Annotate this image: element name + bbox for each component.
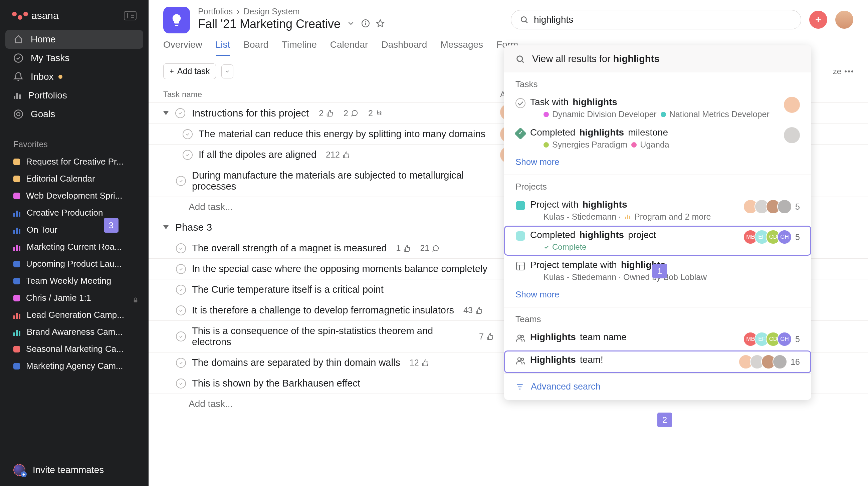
fav-item[interactable]: Chris / Jamie 1:1 xyxy=(0,289,149,306)
tab-board[interactable]: Board xyxy=(243,39,269,56)
chevron-down-icon[interactable] xyxy=(346,19,355,29)
check-circle-icon[interactable] xyxy=(176,305,186,316)
app-name: asana xyxy=(31,10,59,21)
fav-item[interactable]: Web Development Spri... xyxy=(0,187,149,204)
fav-item[interactable]: Marketing Current Roa... xyxy=(0,238,149,255)
asana-logo-icon xyxy=(12,12,28,20)
nav-goals[interactable]: Goals xyxy=(5,105,143,124)
check-circle-icon[interactable] xyxy=(176,331,186,342)
notification-dot xyxy=(58,75,62,79)
check-circle-icon[interactable] xyxy=(176,243,186,253)
svg-point-16 xyxy=(518,335,521,338)
view-all-results[interactable]: View all results for highlights xyxy=(504,45,811,72)
project-color-icon xyxy=(516,231,525,241)
nav-my-tasks[interactable]: My Tasks xyxy=(5,49,143,67)
tab-messages[interactable]: Messages xyxy=(440,39,483,56)
logo[interactable]: asana xyxy=(12,10,59,21)
search-icon xyxy=(520,15,528,24)
tab-dashboard[interactable]: Dashboard xyxy=(381,39,427,56)
breadcrumb: Portfolios› Design System xyxy=(198,7,503,17)
breadcrumb-design-system[interactable]: Design System xyxy=(244,7,300,17)
result-avatar xyxy=(784,127,800,143)
lock-icon xyxy=(132,295,138,301)
info-icon[interactable] xyxy=(361,19,370,29)
show-more-tasks[interactable]: Show more xyxy=(504,154,811,174)
fav-item[interactable]: Editorial Calendar xyxy=(0,170,149,187)
fav-item[interactable]: Brand Awareness Cam... xyxy=(0,323,149,341)
main-content: Portfolios› Design System Fall '21 Marke… xyxy=(149,0,868,486)
fav-item[interactable]: Lead Generation Camp... xyxy=(0,306,149,323)
check-circle-icon[interactable] xyxy=(176,264,186,274)
svg-line-15 xyxy=(522,61,524,62)
fav-item[interactable]: On Tour xyxy=(0,221,149,238)
dd-projects-label: Projects xyxy=(504,175,811,195)
search-result-team[interactable]: Highlights team nameMBEFCDGH5 xyxy=(504,328,811,351)
search-result-project[interactable]: Completed highlights projectCompleteMBEF… xyxy=(504,226,811,256)
star-icon[interactable] xyxy=(376,19,384,29)
svg-marker-7 xyxy=(377,20,384,27)
search-result-project[interactable]: Project with highlightsKulas - Stiedeman… xyxy=(504,195,811,226)
invite-icon xyxy=(13,464,25,476)
sidebar-toggle-icon[interactable] xyxy=(124,11,136,20)
fav-item[interactable]: Marketing Agency Cam... xyxy=(0,357,149,375)
add-task-button[interactable]: +Add task xyxy=(163,63,216,79)
people-icon xyxy=(516,356,525,366)
check-circle-icon[interactable] xyxy=(176,358,186,368)
callout-3: 3 xyxy=(104,218,119,233)
dd-tasks-label: Tasks xyxy=(504,72,811,93)
check-circle-icon[interactable] xyxy=(183,150,193,160)
nav-inbox[interactable]: Inbox xyxy=(5,67,143,86)
svg-point-14 xyxy=(517,56,523,61)
search-input[interactable] xyxy=(534,14,792,25)
fav-item[interactable]: Seasonal Marketing Ca... xyxy=(0,341,149,357)
advanced-search[interactable]: Advanced search xyxy=(504,373,811,400)
search-result-team[interactable]: Highlights team!16 xyxy=(504,351,811,373)
svg-point-12 xyxy=(380,111,381,113)
search-result-task[interactable]: Task with highlightsDynamic Division Dev… xyxy=(504,93,811,123)
fav-item[interactable]: Upcoming Product Lau... xyxy=(0,255,149,272)
people-icon xyxy=(516,333,525,343)
tab-overview[interactable]: Overview xyxy=(163,39,202,56)
customize-label-partial[interactable]: ze xyxy=(833,67,841,76)
tab-list[interactable]: List xyxy=(216,39,230,56)
svg-point-0 xyxy=(14,54,23,62)
dd-teams-label: Teams xyxy=(504,307,811,328)
fav-item[interactable]: Creative Production xyxy=(0,204,149,221)
check-circle-icon xyxy=(175,108,185,118)
invite-teammates[interactable]: Invite teammates xyxy=(0,454,149,486)
user-avatar[interactable] xyxy=(835,11,853,29)
check-circle-icon[interactable] xyxy=(176,176,186,186)
search-box[interactable] xyxy=(511,10,801,29)
check-circle-icon[interactable] xyxy=(176,285,186,295)
quick-add-button[interactable] xyxy=(809,11,827,29)
breadcrumb-portfolios[interactable]: Portfolios xyxy=(198,7,233,17)
milestone-icon xyxy=(515,128,527,140)
check-circle-icon[interactable] xyxy=(183,129,193,139)
show-more-projects[interactable]: Show more xyxy=(504,286,811,307)
svg-line-9 xyxy=(526,21,527,23)
caret-icon xyxy=(163,225,168,229)
result-avatar xyxy=(784,97,800,113)
svg-point-8 xyxy=(521,17,526,22)
add-task-dropdown[interactable] xyxy=(221,64,234,78)
nav-portfolios[interactable]: Portfolios xyxy=(5,86,143,105)
page-title: Fall '21 Marketing Creative xyxy=(198,17,341,31)
sidebar: asana HomeMy TasksInboxPortfoliosGoals F… xyxy=(0,0,149,486)
callout-1: 1 xyxy=(652,264,667,279)
tab-calendar[interactable]: Calendar xyxy=(330,39,368,56)
fav-item[interactable]: Team Weekly Meeting xyxy=(0,272,149,289)
fav-item[interactable]: Request for Creative Pr... xyxy=(0,153,149,170)
svg-point-6 xyxy=(366,22,366,22)
check-circle-icon[interactable] xyxy=(176,379,186,389)
tab-timeline[interactable]: Timeline xyxy=(282,39,317,56)
more-icon[interactable] xyxy=(845,70,853,72)
col-task-name: Task name xyxy=(163,87,494,102)
project-color-icon xyxy=(516,201,525,210)
svg-point-18 xyxy=(518,358,521,361)
nav-home[interactable]: Home xyxy=(5,30,143,49)
caret-icon xyxy=(163,111,168,115)
favorites-label: Favorites xyxy=(0,130,149,153)
search-result-task[interactable]: Completed highlights milestoneSynergies … xyxy=(504,123,811,154)
check-circle-icon xyxy=(516,98,525,108)
project-icon[interactable] xyxy=(163,7,190,33)
